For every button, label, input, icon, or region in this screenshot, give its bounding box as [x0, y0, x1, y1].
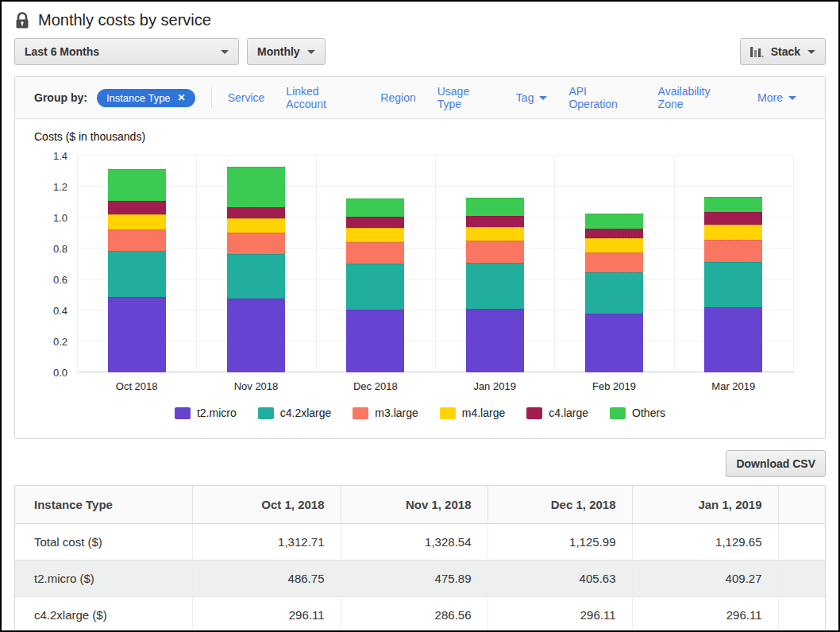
chevron-down-icon: [539, 96, 547, 100]
bar-segment-others[interactable]: [227, 167, 285, 207]
y-axis-label: 0.4: [33, 305, 67, 317]
x-axis-label: Feb 2019: [554, 380, 673, 392]
bar-segment-others[interactable]: [466, 198, 524, 216]
table-cell: 475.89: [341, 560, 487, 596]
bar-segment-c4-2xlarge[interactable]: [585, 272, 643, 314]
bar-segment-m4-large[interactable]: [704, 225, 762, 241]
table-cell: 1,328.54: [341, 523, 487, 560]
granularity-dropdown[interactable]: Monthly: [247, 38, 326, 65]
download-row: Download CSV: [14, 450, 826, 477]
chart-column: [77, 156, 196, 372]
bar-segment-t2-micro[interactable]: [108, 297, 166, 372]
bar-segment-m4-large[interactable]: [227, 218, 285, 233]
bar-segment-t2-micro[interactable]: [466, 309, 524, 372]
bar-segment-m4-large[interactable]: [346, 228, 404, 242]
bar-segment-m3-large[interactable]: [466, 241, 524, 263]
group-by-link-service[interactable]: Service: [228, 91, 265, 104]
bar-segment-m4-large[interactable]: [108, 214, 166, 230]
chart-column: [196, 156, 315, 372]
legend-swatch: [175, 407, 191, 419]
date-range-dropdown[interactable]: Last 6 Months: [14, 38, 239, 65]
title-bar: Monthly costs by service: [2, 2, 838, 29]
group-by-link-tag[interactable]: Tag: [516, 91, 548, 104]
group-by-link-linked-account[interactable]: Linked Account: [286, 85, 359, 110]
stacked-bar: [227, 167, 285, 372]
bar-segment-others[interactable]: [704, 197, 762, 213]
bar-segment-m3-large[interactable]: [704, 240, 762, 261]
chevron-down-icon: [307, 50, 315, 54]
group-by-link-region[interactable]: Region: [380, 91, 415, 104]
bar-segment-others[interactable]: [108, 169, 166, 201]
page-title: Monthly costs by service: [38, 11, 211, 29]
row-label: t2.micro ($): [15, 560, 192, 596]
legend-label: c4.2xlarge: [280, 407, 332, 419]
bar-segment-c4-2xlarge[interactable]: [346, 264, 404, 310]
table-row: c4.2xlarge ($)296.11286.56296.11296.11: [15, 596, 825, 632]
bar-segment-c4-large[interactable]: [585, 229, 643, 239]
bar-segment-c4-large[interactable]: [227, 207, 285, 218]
bar-segment-m4-large[interactable]: [585, 238, 643, 252]
download-csv-button[interactable]: Download CSV: [726, 450, 826, 477]
column-header-instance-type: Instance Type: [15, 486, 192, 523]
group-by-link-label: Service: [228, 91, 265, 104]
bar-segment-m3-large[interactable]: [227, 233, 285, 254]
legend-swatch: [610, 407, 626, 419]
bar-segment-t2-micro[interactable]: [346, 310, 404, 372]
legend-label: t2.micro: [197, 407, 237, 419]
bar-segment-m3-large[interactable]: [346, 242, 404, 264]
chevron-down-icon: [788, 96, 796, 100]
bar-segment-c4-2xlarge[interactable]: [227, 254, 285, 299]
legend-label: m3.large: [375, 407, 418, 419]
granularity-label: Monthly: [257, 45, 300, 58]
chart-style-dropdown[interactable]: Stack: [740, 38, 826, 65]
bar-segment-m3-large[interactable]: [585, 252, 643, 272]
x-axis-label: Dec 2018: [316, 380, 435, 392]
table-body: Total cost ($)1,312.711,328.541,125.991,…: [15, 523, 825, 632]
y-axis-label: 0.2: [33, 336, 67, 348]
row-label: c4.2xlarge ($): [15, 596, 192, 632]
group-by-label: Group by:: [34, 91, 87, 104]
stacked-bar: [704, 197, 762, 372]
group-by-link-api-operation[interactable]: API Operation: [568, 85, 636, 110]
y-axis-label: 1.4: [33, 150, 67, 162]
bar-segment-t2-micro[interactable]: [227, 299, 285, 372]
bar-segment-c4-large[interactable]: [466, 216, 524, 227]
chart-body: Costs ($ in thousands) 0.00.20.40.60.81.…: [15, 119, 825, 438]
bar-segment-c4-2xlarge[interactable]: [704, 262, 762, 308]
table-cell: 296.11: [487, 596, 632, 632]
chevron-down-icon: [221, 50, 229, 54]
chart-column: [435, 156, 554, 372]
group-by-link-more[interactable]: More: [757, 91, 796, 104]
bar-segment-c4-2xlarge[interactable]: [108, 251, 166, 297]
bar-segment-c4-large[interactable]: [108, 201, 166, 214]
legend-label: Others: [632, 407, 665, 419]
group-by-link-availability-zone[interactable]: Availability Zone: [658, 85, 737, 110]
group-by-link-label: Tag: [516, 91, 534, 104]
bar-segment-t2-micro[interactable]: [704, 307, 762, 372]
lock-icon: [14, 12, 30, 29]
x-axis-label: Oct 2018: [77, 380, 196, 392]
legend-item-t2-micro: t2.micro: [175, 407, 237, 419]
bar-segment-m4-large[interactable]: [466, 227, 524, 241]
legend-item-c4-large: c4.large: [526, 407, 588, 419]
legend-swatch: [258, 407, 274, 419]
bar-segment-others[interactable]: [585, 214, 643, 229]
close-icon[interactable]: ✕: [178, 93, 186, 102]
y-axis-label: 1.2: [33, 181, 67, 193]
active-filter-pill[interactable]: Instance Type ✕: [97, 89, 195, 107]
bar-segment-others[interactable]: [346, 198, 404, 217]
bar-segment-m3-large[interactable]: [108, 229, 166, 251]
bar-segment-c4-2xlarge[interactable]: [466, 263, 524, 309]
bar-segment-c4-large[interactable]: [346, 217, 404, 228]
stacked-bar: [108, 169, 166, 372]
column-header-spacer: [778, 486, 825, 523]
y-axis-label: 0.0: [33, 367, 67, 379]
y-axis-label: 1.0: [33, 212, 67, 224]
bar-segment-c4-large[interactable]: [704, 212, 762, 225]
column-header-dec-1-2018: Dec 1, 2018: [487, 486, 632, 523]
chart-title: Costs ($ in thousands): [34, 130, 812, 143]
group-by-link-usage-type[interactable]: Usage Type: [437, 85, 495, 110]
table-row: t2.micro ($)486.75475.89405.63409.27: [15, 560, 825, 596]
chart-column: [554, 156, 673, 372]
bar-segment-t2-micro[interactable]: [585, 314, 643, 372]
